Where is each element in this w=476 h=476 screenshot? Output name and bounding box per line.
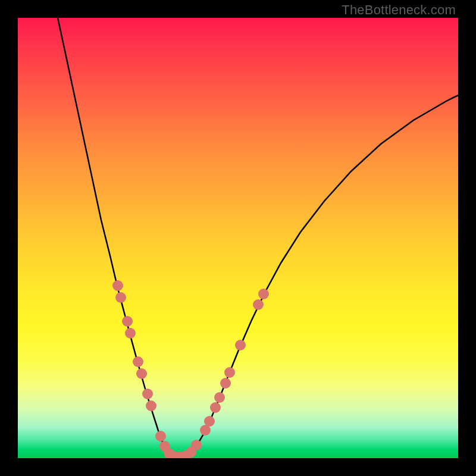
data-bead <box>133 356 143 367</box>
data-bead <box>235 340 246 350</box>
data-bead <box>204 416 215 427</box>
data-bead <box>191 440 202 450</box>
bottleneck-curve-svg <box>18 18 458 458</box>
chart-frame: TheBottleneck.com <box>0 0 476 476</box>
watermark-text: TheBottleneck.com <box>342 2 456 18</box>
data-bead <box>122 316 133 327</box>
data-bead <box>112 280 123 291</box>
data-bead <box>136 368 147 379</box>
data-bead <box>224 367 235 378</box>
data-bead <box>142 389 153 399</box>
data-bead <box>146 400 156 411</box>
data-bead <box>220 378 231 389</box>
data-bead <box>214 392 225 403</box>
data-bead <box>253 299 264 310</box>
data-bead <box>258 289 269 299</box>
curve-left-branch <box>58 18 174 457</box>
data-bead <box>125 328 136 339</box>
data-bead <box>155 431 166 441</box>
gradient-plot-area <box>18 18 458 458</box>
data-bead <box>210 402 221 413</box>
beads-group <box>112 280 269 458</box>
data-bead <box>115 292 126 303</box>
